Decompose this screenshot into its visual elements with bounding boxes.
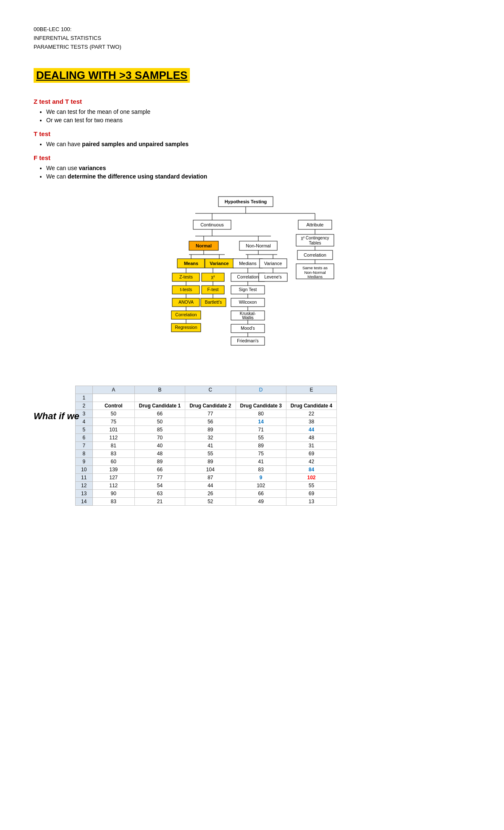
table-row: 10 139 66 104 83 84 <box>75 466 336 474</box>
anova-label: ANOVA <box>178 299 194 305</box>
table-row: 12 112 54 44 102 55 <box>75 482 336 490</box>
header-line1: 00BE-LEC 100: <box>34 25 470 34</box>
excel-section: A B C D E 1 2 Control <box>75 386 337 506</box>
variance2-label: Variance <box>264 261 282 266</box>
levenes-label: Levene's <box>264 274 282 279</box>
table-row: 2 Control Drug Candidate 1 Drug Candidat… <box>75 402 336 410</box>
bullet-2: Or we can test for two means <box>46 117 470 123</box>
header-block: 00BE-LEC 100: INFERENTIAL STATISTICS PAR… <box>34 25 470 51</box>
section-t-bullets: We can have paired samples and unpaired … <box>46 141 470 147</box>
table-row: 13 90 63 26 66 69 <box>75 490 336 498</box>
col-a: A <box>92 386 134 394</box>
ftest-label: F-test <box>207 287 219 292</box>
section-z-t-title: Z test and T test <box>34 98 470 105</box>
col-d: D <box>236 386 286 394</box>
what-if-label: What if we <box>34 377 79 422</box>
continuous-label: Continuous <box>200 222 224 227</box>
svg-text:Same tests as: Same tests as <box>302 265 328 270</box>
sign-test: Sign Test <box>239 287 257 292</box>
correlation-attr: Correlation <box>304 252 326 257</box>
section-t-title: T test <box>34 130 470 137</box>
attribute-label: Attribute <box>307 222 324 227</box>
section-f-bullets: We can use variances We can determine th… <box>46 165 470 180</box>
non-normal-label: Non-Normal <box>246 243 270 248</box>
section-f-title: F test <box>34 154 470 161</box>
wilcoxon-label: Wilcoxon <box>239 299 257 305</box>
table-row: 1 <box>75 394 336 402</box>
t-bullet-1: We can have paired samples and unpaired … <box>46 141 470 147</box>
table-row: 4 75 50 56 14 38 <box>75 418 336 426</box>
bartletts-label: Bartlett's <box>205 299 222 305</box>
variance-label: Variance <box>210 261 228 266</box>
table-row: 9 60 89 89 41 42 <box>75 458 336 466</box>
bottom-section: What if we A B C D E 1 <box>34 377 470 506</box>
svg-text:Medians: Medians <box>307 274 323 279</box>
hypothesis-diagram: Hypothesis Testing Continuous Attribute … <box>147 192 357 352</box>
ztests-label: Z-tests <box>179 274 193 279</box>
f-bullet-2: We can determine the difference using st… <box>46 173 470 180</box>
ht-label: Hypothesis Testing <box>225 199 267 204</box>
header-line2: INFERENTIAL STATISTICS <box>34 34 470 43</box>
friedmans-label: Friedman's <box>237 338 259 343</box>
header-line3: PARAMETRIC TESTS (PART TWO) <box>34 43 470 52</box>
table-row: 11 127 77 87 9 102 <box>75 474 336 482</box>
diagram-container: Hypothesis Testing Continuous Attribute … <box>34 192 470 352</box>
svg-text:Tables: Tables <box>309 241 321 245</box>
ttests-label: t-tests <box>180 287 192 292</box>
main-title: DEALING WITH >3 SAMPLES <box>34 68 190 83</box>
svg-text:Wallis: Wallis <box>242 315 254 320</box>
col-c: C <box>185 386 236 394</box>
medians-label: Medians <box>239 261 257 266</box>
col-b: B <box>134 386 185 394</box>
table-row: 6 112 70 32 55 48 <box>75 434 336 442</box>
correlation-low: Correlation <box>175 312 197 317</box>
moods-label: Mood's <box>241 326 255 331</box>
means-label: Means <box>184 261 198 266</box>
svg-text:χ² Contingency: χ² Contingency <box>301 236 329 240</box>
correlation-mid: Correlation <box>237 274 259 279</box>
excel-table: A B C D E 1 2 Control <box>75 386 337 506</box>
table-row: 5 101 85 89 71 44 <box>75 426 336 434</box>
chi2-label: χ² <box>211 274 215 279</box>
col-e: E <box>286 386 336 394</box>
table-row: 3 50 66 77 80 22 <box>75 410 336 418</box>
bullet-1: We can test for the mean of one sample <box>46 108 470 115</box>
normal-label: Normal <box>196 243 212 248</box>
section-z-t-bullets: We can test for the mean of one sample O… <box>46 108 470 123</box>
table-row: 7 81 40 41 89 31 <box>75 442 336 450</box>
table-row: 14 83 21 52 49 13 <box>75 498 336 506</box>
f-bullet-1: We can use variances <box>46 165 470 171</box>
regression-label: Regression <box>175 325 197 330</box>
table-row: 8 83 48 55 75 69 <box>75 450 336 458</box>
